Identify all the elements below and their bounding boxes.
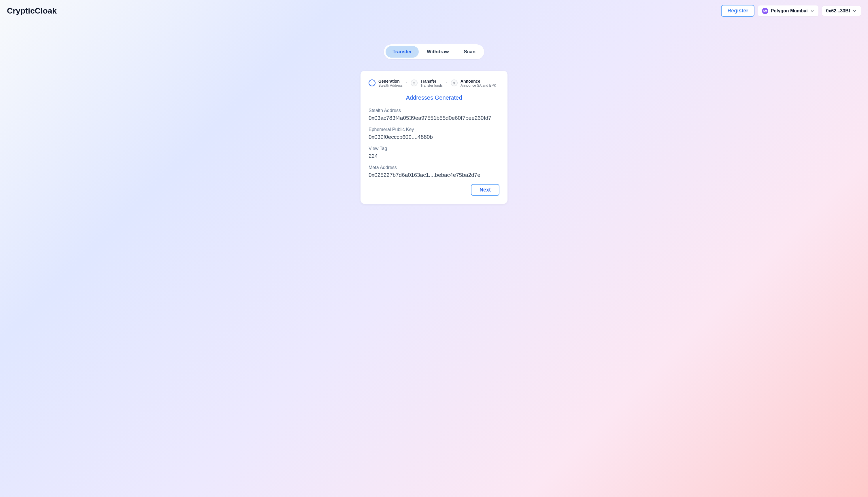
wallet-label: 0x62...33Bf [826,8,850,14]
tab-withdraw[interactable]: Withdraw [420,46,456,58]
step-number: 1 [369,80,375,86]
header: CrypticCloak Register Polygon Mumbai 0x6… [0,0,868,21]
step-number: 2 [411,80,417,86]
stepper: 1 Generation Stealth Address - 2 Transfe… [369,79,499,87]
step-title: Transfer [421,79,443,84]
step-labels: Transfer Transfer funds [421,79,443,87]
field-value: 0x039f0ecccb609....4880b [369,134,499,140]
step-subtitle: Transfer funds [421,84,443,87]
polygon-icon [762,8,768,14]
main-content: Transfer Withdraw Scan 1 Generation Stea… [0,21,868,204]
step-announce: 3 Announce Announce SA and EPK [451,79,496,87]
register-button[interactable]: Register [721,5,755,17]
field-meta-address: Meta Address 0x025227b7d6a0163ac1....beb… [369,165,499,178]
field-label: View Tag [369,146,499,151]
card-footer: Next [369,184,499,196]
field-value: 0x025227b7d6a0163ac1....bebac4e75ba2d7e [369,172,499,178]
network-selector[interactable]: Polygon Mumbai [758,5,818,16]
section-heading: Addresses Generated [369,95,499,101]
field-stealth-address: Stealth Address 0x03ac783f4a0539ea97551b… [369,108,499,121]
step-number: 3 [451,80,458,86]
wallet-selector[interactable]: 0x62...33Bf [822,6,861,16]
field-ephemeral-public-key: Ephemeral Public Key 0x039f0ecccb609....… [369,127,499,140]
next-button[interactable]: Next [471,184,499,196]
header-right: Register Polygon Mumbai 0x62...33Bf [721,5,861,17]
field-value: 224 [369,153,499,159]
field-value: 0x03ac783f4a0539ea97551b55d0e60f7bee260f… [369,115,499,121]
step-subtitle: Announce SA and EPK [460,84,496,87]
app-logo: CrypticCloak [7,6,57,16]
chevron-down-icon [810,9,814,13]
step-separator: - [406,80,407,84]
tab-transfer[interactable]: Transfer [386,46,419,58]
field-view-tag: View Tag 224 [369,146,499,159]
tab-group: Transfer Withdraw Scan [384,44,484,59]
field-label: Stealth Address [369,108,499,113]
step-labels: Generation Stealth Address [378,79,403,87]
step-transfer: 2 Transfer Transfer funds [411,79,443,87]
field-label: Meta Address [369,165,499,170]
tab-scan[interactable]: Scan [457,46,482,58]
network-label: Polygon Mumbai [771,8,808,14]
field-label: Ephemeral Public Key [369,127,499,132]
step-separator: - [446,80,447,84]
step-labels: Announce Announce SA and EPK [460,79,496,87]
step-subtitle: Stealth Address [378,84,403,87]
chevron-down-icon [852,9,857,13]
step-title: Announce [460,79,496,84]
transfer-card: 1 Generation Stealth Address - 2 Transfe… [360,71,508,204]
step-title: Generation [378,79,403,84]
step-generation: 1 Generation Stealth Address [369,79,403,87]
